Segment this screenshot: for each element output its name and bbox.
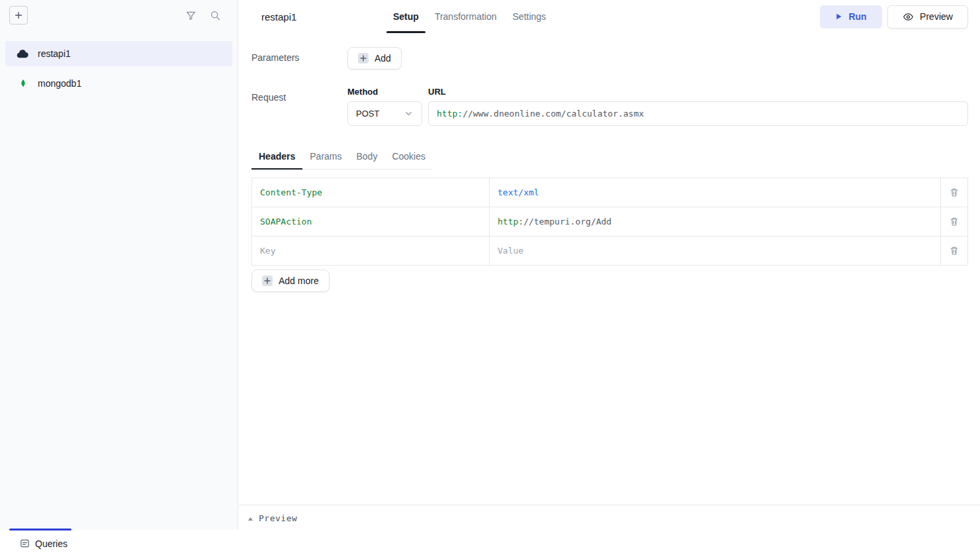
- add-more-label: Add more: [279, 276, 319, 286]
- setup-panel: Parameters Add Request Method: [239, 33, 980, 505]
- tab-headers[interactable]: Headers: [251, 147, 302, 169]
- request-fields: Method POST URL http://www.dneonline.com…: [347, 87, 968, 126]
- plus-square-icon: [262, 276, 273, 286]
- delete-row-button-2[interactable]: [940, 207, 968, 236]
- trash-icon: [950, 217, 959, 227]
- sidebar-item-mongodb1[interactable]: mongodb1: [5, 71, 232, 96]
- chevron-down-icon: [404, 109, 414, 119]
- run-button[interactable]: Run: [820, 5, 882, 28]
- app-root: restapi1 mongodb1 Qu: [0, 0, 980, 557]
- headers-table: Content-Type text/xml SOAPAction: [251, 177, 968, 266]
- preview-panel-label: Preview: [259, 513, 297, 523]
- delete-row-button-3[interactable]: [940, 236, 968, 266]
- header-value-input-3[interactable]: Value: [489, 236, 941, 266]
- add-more-button[interactable]: Add more: [251, 270, 330, 292]
- run-button-label: Run: [848, 11, 866, 22]
- bottom-tab-bar: Queries: [0, 530, 238, 557]
- method-label: Method: [347, 87, 422, 97]
- header-row-2: SOAPAction http://tempuri.org/Add: [251, 207, 968, 236]
- tab-cookies[interactable]: Cookies: [384, 147, 433, 169]
- trash-icon: [950, 187, 959, 197]
- method-field: Method POST: [347, 87, 422, 126]
- rest-api-cloud-icon: [16, 48, 30, 59]
- filter-button[interactable]: [185, 10, 197, 21]
- tab-transformation[interactable]: Transformation: [428, 0, 504, 33]
- header-row-1: Content-Type text/xml: [251, 177, 968, 207]
- play-icon: [835, 13, 842, 21]
- queries-tab[interactable]: Queries: [20, 530, 67, 557]
- response-preview-bar[interactable]: Preview: [239, 505, 980, 557]
- header-key-placeholder: Key: [260, 246, 275, 256]
- url-field: URL http://www.dneonline.com/calculator.…: [428, 87, 968, 126]
- tab-settings[interactable]: Settings: [506, 0, 553, 33]
- delete-row-button-1[interactable]: [940, 177, 968, 207]
- method-value: POST: [356, 109, 379, 119]
- preview-button-label: Preview: [920, 11, 953, 22]
- url-label: URL: [428, 87, 968, 97]
- tab-setup[interactable]: Setup: [386, 0, 425, 33]
- header-key-text: SOAPAction: [260, 217, 312, 227]
- header-value-rest: //tempuri.org/Add: [523, 217, 611, 227]
- tab-params[interactable]: Params: [302, 147, 349, 169]
- header-value-input-1[interactable]: text/xml: [489, 177, 941, 207]
- header-key-input-3[interactable]: Key: [251, 236, 490, 266]
- parameters-label: Parameters: [251, 47, 347, 70]
- sidebar-item-label: restapi1: [38, 48, 71, 59]
- editor-tabs: Setup Transformation Settings: [386, 0, 553, 33]
- add-parameter-label: Add: [375, 53, 391, 64]
- header-key-input-2[interactable]: SOAPAction: [251, 207, 490, 236]
- header-value-placeholder: Value: [498, 246, 523, 256]
- tab-body[interactable]: Body: [349, 147, 385, 169]
- new-query-button[interactable]: [9, 6, 28, 25]
- url-input[interactable]: http://www.dneonline.com/calculator.asmx: [428, 101, 968, 126]
- query-list: restapi1 mongodb1: [0, 30, 238, 101]
- preview-button[interactable]: Preview: [887, 5, 968, 28]
- header-value-scheme: http:: [498, 217, 523, 227]
- search-button[interactable]: [210, 10, 221, 21]
- request-row: Request Method POST URL: [251, 87, 968, 126]
- header-key-text: Content-Type: [260, 187, 322, 197]
- eye-icon: [903, 11, 914, 23]
- header-key-input-1[interactable]: Content-Type: [251, 177, 490, 207]
- filter-icon: [185, 10, 197, 21]
- url-scheme: http:: [437, 109, 463, 119]
- plus-square-icon: [358, 53, 369, 64]
- queries-tab-label: Queries: [35, 538, 67, 549]
- trash-icon: [950, 246, 959, 256]
- header-value-text: text/xml: [498, 187, 539, 197]
- method-select[interactable]: POST: [347, 101, 422, 126]
- queries-icon: [20, 538, 30, 548]
- mongodb-leaf-icon: [16, 77, 30, 90]
- main-panel: restapi1 Setup Transformation Settings R…: [239, 0, 980, 557]
- triangle-up-icon: [247, 517, 253, 521]
- query-title: restapi1: [261, 11, 296, 23]
- request-label: Request: [251, 87, 347, 126]
- request-config-tabs: Headers Params Body Cookies: [251, 147, 433, 170]
- plus-icon: [14, 11, 23, 20]
- search-icon: [210, 10, 221, 21]
- sidebar-item-restapi1[interactable]: restapi1: [5, 41, 232, 66]
- url-rest: //www.dneonline.com/calculator.asmx: [463, 109, 644, 119]
- header-actions: Run Preview: [820, 5, 968, 28]
- editor-header: restapi1 Setup Transformation Settings R…: [239, 0, 980, 33]
- sidebar: restapi1 mongodb1: [0, 0, 238, 530]
- sidebar-item-label: mongodb1: [38, 78, 81, 89]
- sidebar-toolbar: [0, 0, 238, 30]
- header-row-3: Key Value: [251, 236, 968, 266]
- header-value-input-2[interactable]: http://tempuri.org/Add: [489, 207, 941, 236]
- parameters-row: Parameters Add: [251, 47, 968, 70]
- add-parameter-button[interactable]: Add: [347, 47, 402, 70]
